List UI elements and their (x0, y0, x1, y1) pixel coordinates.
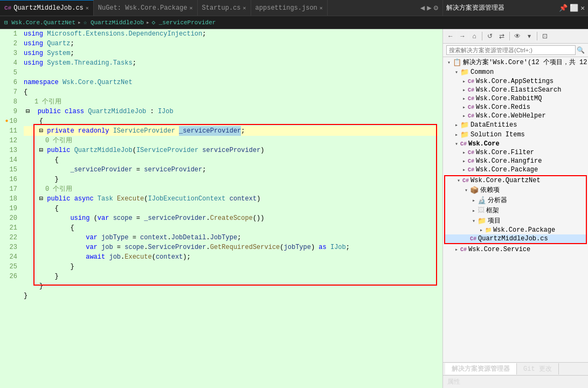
wskCoreFilter-arrow[interactable]: ▸ (460, 149, 468, 156)
tree-item-wskCoreFilter[interactable]: ▸ C# Wsk.Core.Filter (443, 148, 588, 157)
dataEntities-label: DataEntities (471, 121, 517, 129)
items-label: 项目 (488, 216, 501, 225)
tree-item-framework[interactable]: ▸ 🖼 框架 (445, 205, 586, 216)
wskCorePackage-label: Wsk.Core.Package (476, 166, 538, 174)
code-line-4: using System.Threading.Tasks; (24, 58, 438, 68)
bottom-tabs: 解决方案资源管理器 Git 更改 (443, 362, 588, 375)
wskCorePackage2-arrow[interactable]: ▸ (478, 227, 485, 233)
refresh-button[interactable]: ↺ (485, 31, 495, 41)
tab-nuget[interactable]: NuGet: Wsk.Core.Package ✕ (94, 0, 198, 16)
framework-arrow[interactable]: ▸ (470, 207, 478, 214)
sync-button[interactable]: ⇄ (496, 31, 507, 41)
code-line-11: ⊟ public QuartzMiddleJob(IServiceProvide… (24, 146, 438, 155)
breakpoint-icon-10[interactable]: ● (5, 116, 9, 126)
tree-item-wskCorePackage[interactable]: ▸ C# Wsk.Core.Package (443, 165, 588, 174)
quartzMiddleJobCs-icon: C# (470, 236, 476, 242)
items-arrow[interactable]: ▾ (470, 218, 478, 224)
solutionItems-arrow[interactable]: ▸ (453, 131, 460, 138)
home-button[interactable]: ⌂ (469, 31, 480, 41)
code-line-3: using System; (24, 48, 438, 58)
tree-item-quartzMiddleJobCs[interactable]: C# QuartzMiddleJob.cs (445, 234, 586, 243)
code-line-1: using Microsoft.Extensions.DependencyInj… (24, 29, 438, 39)
tree-item-items[interactable]: ▾ 📁 项目 (445, 216, 586, 226)
wskCore-arrow[interactable]: ▾ (453, 141, 460, 147)
code-line-20: var job = scope.ServiceProvider.GetRequi… (24, 242, 438, 252)
breadcrumb-class[interactable]: ☆ QuartzMiddleJob (84, 19, 144, 26)
forward-button[interactable]: → (457, 31, 468, 41)
close-tab-nuget[interactable]: ✕ (190, 5, 193, 11)
expand-icon[interactable]: ⬜ (570, 4, 578, 12)
dataEntities-arrow[interactable]: ▸ (453, 122, 460, 128)
code-content[interactable]: using Microsoft.Extensions.DependencyInj… (19, 29, 442, 388)
solutionItems-label: Solution Items (471, 131, 525, 138)
solution-root-arrow[interactable]: ▾ (445, 59, 453, 66)
wskCoreHangfire-arrow[interactable]: ▸ (460, 158, 468, 164)
tree-item-deps[interactable]: ▾ 📦 依赖项 (445, 185, 586, 195)
tree-item-wskCoreHangfire[interactable]: ▸ C# Wsk.Core.Hangfire (443, 157, 588, 165)
back-button[interactable]: ← (445, 31, 456, 41)
deps-arrow[interactable]: ▾ (462, 187, 470, 193)
wskCoreQuartzNet-arrow[interactable]: ▾ (455, 177, 462, 184)
main-area: 12345 6789 ●10 1112131415 1617181920 212… (0, 29, 588, 388)
code-comment-ref-0-2: 0 个引用 (24, 184, 438, 194)
pin-icon[interactable]: 📌 (559, 4, 568, 12)
deps-icon: 📦 (470, 186, 479, 195)
rabbitMQ-arrow[interactable]: ▸ (460, 95, 468, 102)
tree-item-dataEntities[interactable]: ▸ 📁 DataEntities (443, 120, 588, 130)
tree-item-wskCore[interactable]: ▾ C# Wsk.Core (443, 140, 588, 148)
analyzers-arrow[interactable]: ▸ (470, 197, 478, 204)
code-line-23: } (24, 272, 438, 281)
tree-item-elasticSearch[interactable]: ▸ C# Wsk.Core.ElasticSearch (443, 86, 588, 94)
breadcrumb-member[interactable]: ◇ _serviceProvider (152, 19, 216, 26)
tab-startup[interactable]: Startup.cs ✕ (198, 0, 251, 16)
rabbitMQ-label: Wsk.Core.RabbitMQ (476, 95, 542, 102)
search-input[interactable] (446, 45, 576, 55)
bottom-tab-solution[interactable]: 解决方案资源管理器 (445, 363, 517, 375)
close-tab-quartzMiddleJob[interactable]: ✕ (86, 5, 89, 11)
tree-item-wskCoreService[interactable]: ▸ C# Wsk.Core.Service (443, 245, 588, 254)
breadcrumb: ⊟ Wsk.Core.QuartzNet ▸ ☆ QuartzMiddleJob… (0, 16, 588, 29)
tree-item-appSettings[interactable]: ▸ C# Wsk.Core.AppSettings (443, 77, 588, 86)
show-all-button[interactable]: 👁 (512, 31, 523, 41)
close-panel-icon[interactable]: ✕ (580, 4, 585, 12)
settings-icon[interactable]: ⚙ (434, 3, 438, 12)
solution-icon: 📋 (453, 58, 461, 67)
editor-content: 12345 6789 ●10 1112131415 1617181920 212… (0, 29, 442, 388)
filter-button[interactable]: ▾ (524, 31, 535, 41)
wskCoreQuartzNet-label: Wsk.Core.QuartzNet (471, 177, 541, 184)
tree-item-analyzers[interactable]: ▸ 🔬 分析器 (445, 195, 586, 205)
common-folder-icon: 📁 (460, 68, 469, 77)
preview-button[interactable]: ⊡ (539, 31, 550, 41)
bottom-tab-git[interactable]: Git 更改 (517, 363, 559, 375)
solution-root[interactable]: ▾ 📋 解决方案'Wsk.Core'(12 个项目，共 12 个) (443, 57, 588, 67)
appSettings-arrow[interactable]: ▸ (460, 78, 468, 85)
tab-quartzMiddleJob[interactable]: C# QuartzMiddleJob.cs ✕ (0, 0, 94, 16)
tree-item-common[interactable]: ▾ 📁 Common (443, 67, 588, 77)
wskCore-label: Wsk.Core (468, 140, 500, 148)
scroll-right-icon[interactable]: ▶ (427, 3, 431, 12)
tree-item-solutionItems[interactable]: ▸ 📁 Solution Items (443, 130, 588, 140)
redis-arrow[interactable]: ▸ (460, 104, 468, 110)
tree-item-wskCorePackage2[interactable]: ▸ 📁 Wsk.Core.Package (445, 226, 586, 234)
scroll-left-icon[interactable]: ◀ (420, 3, 425, 12)
solution-panel-header-tab: 解决方案资源管理器 📌 ⬜ ✕ (442, 0, 588, 16)
tree-item-redis[interactable]: ▸ C# Wsk.Core.Redis (443, 103, 588, 112)
elasticSearch-arrow[interactable]: ▸ (460, 87, 468, 93)
tab-appsettings[interactable]: appsettings.json ✕ (251, 0, 328, 16)
code-line-18: { (24, 223, 438, 233)
tab-icon-cs: C# (4, 5, 11, 11)
close-tab-startup[interactable]: ✕ (243, 5, 246, 11)
rabbitMQ-icon: C# (468, 96, 474, 102)
code-line-5 (24, 68, 438, 78)
wskCoreService-arrow[interactable]: ▸ (453, 246, 460, 253)
divider1 (482, 32, 482, 40)
tree-item-rabbitMQ[interactable]: ▸ C# Wsk.Core.RabbitMQ (443, 94, 588, 103)
close-tab-appsettings[interactable]: ✕ (320, 5, 323, 11)
common-arrow[interactable]: ▾ (453, 69, 460, 75)
tree-item-wskCoreQuartzNet[interactable]: ▾ C# Wsk.Core.QuartzNet (445, 176, 586, 185)
tree-item-webHelper[interactable]: ▸ C# Wsk.Core.WebHelper (443, 112, 588, 120)
webHelper-arrow[interactable]: ▸ (460, 113, 468, 119)
breadcrumb-namespace[interactable]: ⊟ Wsk.Core.QuartzNet (4, 19, 75, 26)
wskCorePackage-arrow[interactable]: ▸ (460, 167, 468, 173)
search-icon: 🔍 (577, 46, 585, 54)
